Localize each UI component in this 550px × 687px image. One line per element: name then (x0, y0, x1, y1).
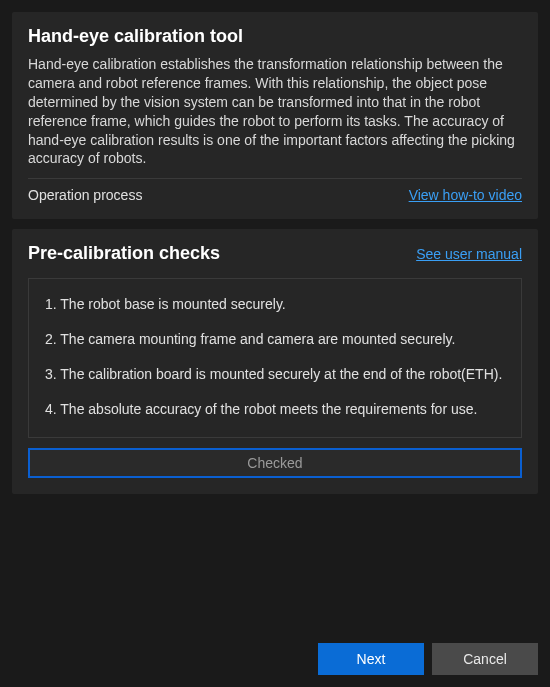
footer-buttons: Next Cancel (318, 643, 538, 675)
see-user-manual-link[interactable]: See user manual (416, 246, 522, 262)
list-item: 2. The camera mounting frame and camera … (45, 330, 505, 349)
operation-process-label: Operation process (28, 187, 142, 203)
checked-button[interactable]: Checked (28, 448, 522, 478)
operation-row: Operation process View how-to video (28, 187, 522, 203)
next-button[interactable]: Next (318, 643, 424, 675)
intro-title: Hand-eye calibration tool (28, 26, 522, 47)
list-item: 4. The absolute accuracy of the robot me… (45, 400, 505, 419)
cancel-button[interactable]: Cancel (432, 643, 538, 675)
list-item: 1. The robot base is mounted securely. (45, 295, 505, 314)
list-item: 3. The calibration board is mounted secu… (45, 365, 505, 384)
checks-title: Pre-calibration checks (28, 243, 220, 264)
checks-list: 1. The robot base is mounted securely. 2… (28, 278, 522, 438)
view-howto-video-link[interactable]: View how-to video (409, 187, 522, 203)
checks-panel: Pre-calibration checks See user manual 1… (12, 229, 538, 494)
divider (28, 178, 522, 179)
intro-panel: Hand-eye calibration tool Hand-eye calib… (12, 12, 538, 219)
checks-header: Pre-calibration checks See user manual (28, 243, 522, 264)
intro-description: Hand-eye calibration establishes the tra… (28, 55, 522, 168)
